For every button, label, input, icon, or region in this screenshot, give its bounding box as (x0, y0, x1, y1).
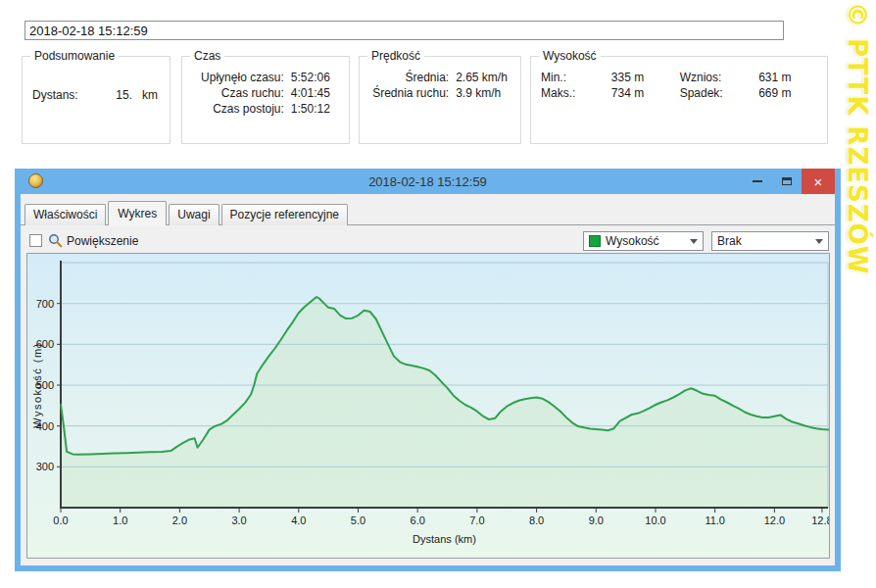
x-tick-label: 12.8 (811, 514, 829, 526)
minimize-button[interactable] (743, 169, 772, 194)
elevation-stat-label: Spadek: (680, 86, 752, 100)
y-tick-label: 700 (36, 298, 54, 310)
series-select-value: Wysokość (606, 234, 659, 248)
speed-stat-value: 3.9 km/h (456, 86, 512, 100)
elevation-chart[interactable]: 3004005006007000.01.02.03.04.05.06.07.08… (26, 253, 830, 559)
series-swatch-icon (589, 235, 601, 247)
maximize-button[interactable] (772, 169, 802, 194)
tab-pozycje-referencyjne[interactable]: Pozycje referencyjne (221, 204, 348, 225)
distance-label: Dystans: (32, 88, 78, 102)
x-tick-label: 7.0 (469, 514, 484, 526)
track-window: 2018-02-18 15:12:59 × WłaściwościWykresU… (15, 169, 841, 571)
tab-uwagi[interactable]: Uwagi (169, 204, 219, 225)
speed-stats: Średnia:2.65 km/hŚrednia ruchu:3.9 km/h (360, 57, 520, 100)
tab-wykres[interactable]: Wykres (108, 201, 167, 225)
x-tick-label: 5.0 (351, 514, 365, 526)
elevation-groupbox: Wysokość Min.:335 mWznios:631 mMaks.:734… (530, 56, 828, 144)
x-tick-label: 2.0 (172, 514, 187, 526)
elevation-stats: Min.:335 mWznios:631 mMaks.:734 mSpadek:… (531, 57, 827, 100)
chevron-down-icon (815, 239, 823, 244)
groupbox-title: Czas (190, 49, 224, 63)
zoom-checkbox-label: Powiększenie (67, 234, 138, 248)
x-axis-title: Dystans (km) (413, 533, 476, 545)
close-icon: × (814, 174, 823, 189)
groupbox-title: Podsumowanie (30, 49, 119, 63)
speed-stat-label: Średnia ruchu: (367, 86, 449, 100)
y-tick-label: 300 (36, 461, 54, 472)
titlebar[interactable]: 2018-02-18 15:12:59 × (21, 169, 835, 194)
chevron-down-icon (690, 239, 698, 244)
distance-row: Dystans: 15. km (23, 57, 170, 102)
minimize-icon (753, 180, 762, 182)
x-tick-label: 10.0 (645, 514, 665, 526)
time-stat-value: 5:52:06 (291, 71, 341, 84)
x-tick-label: 3.0 (231, 514, 246, 526)
x-tick-label: 1.0 (113, 514, 127, 526)
x-tick-label: 11.0 (705, 514, 725, 526)
zoom-checkbox[interactable] (29, 234, 42, 247)
x-tick-label: 8.0 (529, 514, 544, 526)
elevation-stat-label: Min.: (541, 71, 604, 84)
groupbox-title: Wysokość (539, 49, 601, 63)
time-stat-label: Czas ruchu: (190, 86, 284, 100)
close-button[interactable]: × (802, 169, 835, 194)
maximize-icon (782, 177, 792, 185)
distance-value: 15. (84, 88, 136, 102)
y-axis-title: Wysokość (m) (31, 342, 43, 428)
time-stat-value: 4:01:45 (291, 86, 341, 100)
x-tick-label: 9.0 (589, 514, 604, 526)
elevation-stat-value: 631 m (758, 71, 819, 84)
summary-groupbox: Podsumowanie Dystans: 15. km (22, 56, 170, 144)
x-tick-label: 6.0 (411, 514, 425, 526)
elevation-stat-label: Maks.: (541, 86, 604, 100)
app-icon (28, 173, 43, 188)
speed-groupbox: Prędkość Średnia:2.65 km/hŚrednia ruchu:… (359, 56, 521, 144)
x-tick-label: 4.0 (291, 514, 306, 526)
x-tick-label: 0.0 (53, 514, 68, 526)
time-stat-label: Upłynęło czasu: (190, 71, 284, 84)
x-tick-label: 12.0 (764, 514, 785, 526)
elevation-stat-label: Wznios: (680, 71, 752, 84)
speed-stat-value: 2.65 km/h (456, 71, 512, 84)
time-stats: Upłynęło czasu:5:52:06Czas ruchu:4:01:45… (182, 57, 349, 116)
caption-buttons: × (743, 169, 835, 194)
elevation-stat-value: 335 m (611, 71, 672, 84)
elevation-stat-value: 669 m (758, 86, 819, 100)
watermark: © PTTK RZESZÓW (843, 2, 872, 274)
window-title: 2018-02-18 15:12:59 (21, 174, 835, 189)
elevation-stat-value: 734 m (611, 86, 672, 100)
time-stat-value: 1:50:12 (291, 102, 341, 116)
overlay-select[interactable]: Brak (711, 231, 829, 251)
speed-stat-label: Średnia: (367, 71, 449, 84)
time-stat-label: Czas postoju: (190, 102, 284, 116)
elevation-chart-svg: 3004005006007000.01.02.03.04.05.06.07.08… (27, 254, 829, 558)
window-client: WłaściwościWykresUwagiPozycje referencyj… (21, 194, 835, 565)
tab-strip: WłaściwościWykresUwagiPozycje referencyj… (21, 194, 835, 225)
magnifier-icon (48, 233, 63, 248)
track-datetime-input[interactable] (24, 21, 784, 40)
groupbox-title: Prędkość (367, 49, 424, 63)
tab-wlasciwosci[interactable]: Właściwości (24, 204, 106, 225)
series-select[interactable]: Wysokość (583, 231, 704, 251)
distance-unit: km (142, 88, 158, 102)
time-groupbox: Czas Upłynęło czasu:5:52:06Czas ruchu:4:… (181, 56, 350, 144)
screen: Podsumowanie Dystans: 15. km Czas Upłynę… (0, 0, 876, 588)
overlay-select-value: Brak (717, 234, 742, 248)
